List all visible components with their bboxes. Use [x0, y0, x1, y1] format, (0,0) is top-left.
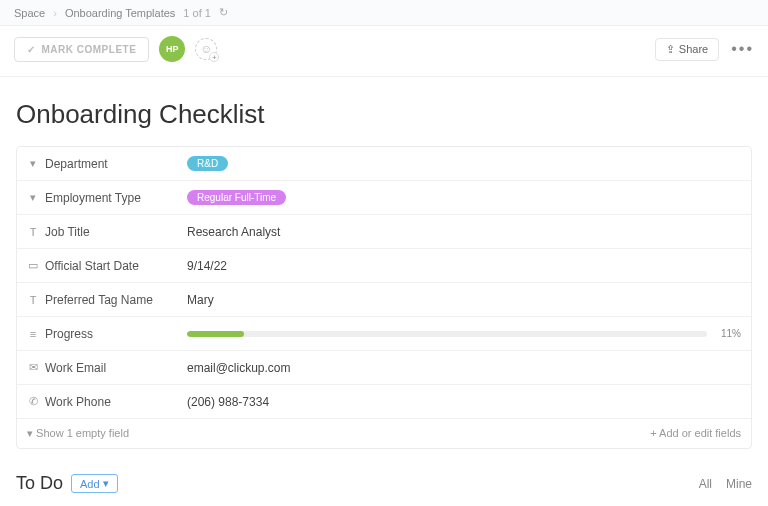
email-icon: ✉	[27, 362, 39, 374]
breadcrumb-space[interactable]: Space	[14, 7, 45, 19]
share-icon: ⇪	[666, 43, 675, 56]
field-label: Preferred Tag Name	[45, 293, 153, 307]
mark-complete-label: MARK COMPLETE	[42, 44, 137, 55]
check-icon: ✓	[27, 44, 36, 55]
field-label: Employment Type	[45, 191, 141, 205]
chevron-down-icon: ▾	[27, 427, 36, 439]
filter-mine[interactable]: Mine	[726, 477, 752, 491]
field-label: Work Email	[45, 361, 106, 375]
share-button[interactable]: ⇪ Share	[655, 38, 719, 61]
tag-name-value[interactable]: Mary	[187, 293, 741, 307]
email-value[interactable]: email@clickup.com	[187, 361, 741, 375]
calendar-icon: ▭	[27, 260, 39, 272]
department-tag[interactable]: R&D	[187, 156, 228, 171]
job-title-value[interactable]: Research Analyst	[187, 225, 741, 239]
todo-title: To Do	[16, 473, 63, 494]
progress-percent: 11%	[721, 328, 741, 339]
text-icon: T	[27, 226, 39, 238]
text-icon: T	[27, 294, 39, 306]
topbar: ✓ MARK COMPLETE HP ☺ + ⇪ Share •••	[0, 26, 768, 77]
breadcrumb-count: 1 of 1	[183, 7, 211, 19]
progress-icon: ≡	[27, 328, 39, 340]
field-email: ✉Work Email email@clickup.com	[17, 351, 751, 385]
todo-header: To Do Add▾ All Mine	[16, 473, 752, 494]
field-phone: ✆Work Phone (206) 988-7334	[17, 385, 751, 419]
refresh-icon[interactable]: ↻	[219, 6, 228, 19]
dropdown-icon: ▾	[27, 192, 39, 204]
field-label: Official Start Date	[45, 259, 139, 273]
plus-icon: +	[209, 52, 219, 62]
add-edit-fields[interactable]: + Add or edit fields	[650, 427, 741, 440]
field-department: ▾Department R&D	[17, 147, 751, 181]
share-label: Share	[679, 43, 708, 55]
breadcrumb: Space › Onboarding Templates 1 of 1 ↻	[0, 0, 768, 26]
field-start-date: ▭Official Start Date 9/14/22	[17, 249, 751, 283]
phone-value[interactable]: (206) 988-7334	[187, 395, 741, 409]
page-title: Onboarding Checklist	[16, 99, 752, 130]
field-label: Work Phone	[45, 395, 111, 409]
chevron-down-icon: ▾	[103, 477, 109, 490]
more-menu-icon[interactable]: •••	[731, 40, 754, 58]
mark-complete-button[interactable]: ✓ MARK COMPLETE	[14, 37, 149, 62]
filter-all[interactable]: All	[699, 477, 712, 491]
field-label: Progress	[45, 327, 93, 341]
field-progress: ≡Progress 11%	[17, 317, 751, 351]
breadcrumb-templates[interactable]: Onboarding Templates	[65, 7, 175, 19]
field-label: Department	[45, 157, 108, 171]
field-tag-name: TPreferred Tag Name Mary	[17, 283, 751, 317]
show-empty-fields[interactable]: ▾ Show 1 empty field	[27, 427, 129, 440]
add-subtask-button[interactable]: Add▾	[71, 474, 118, 493]
employment-type-tag[interactable]: Regular Full-Time	[187, 190, 286, 205]
fields-footer: ▾ Show 1 empty field + Add or edit field…	[17, 419, 751, 448]
avatar[interactable]: HP	[159, 36, 185, 62]
progress-bar[interactable]	[187, 331, 707, 337]
dropdown-icon: ▾	[27, 158, 39, 170]
field-job-title: TJob Title Research Analyst	[17, 215, 751, 249]
start-date-value[interactable]: 9/14/22	[187, 259, 741, 273]
add-assignee-button[interactable]: ☺ +	[195, 38, 217, 60]
field-employment-type: ▾Employment Type Regular Full-Time	[17, 181, 751, 215]
field-label: Job Title	[45, 225, 90, 239]
phone-icon: ✆	[27, 396, 39, 408]
chevron-right-icon: ›	[53, 7, 57, 19]
custom-fields-table: ▾Department R&D ▾Employment Type Regular…	[16, 146, 752, 449]
